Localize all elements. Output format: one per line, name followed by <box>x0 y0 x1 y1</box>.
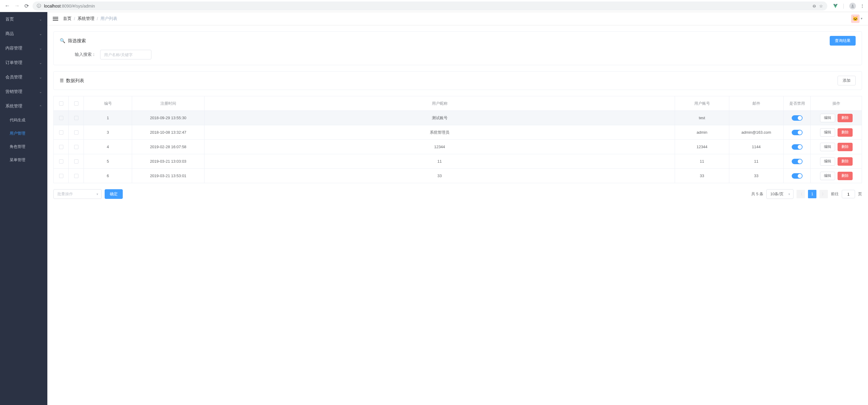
search-icon: 🔍 <box>60 38 65 44</box>
vue-devtools-icon[interactable] <box>833 3 838 9</box>
table-row: 4 2019-02-28 16:07:58 12344 12344 1144 编… <box>54 140 862 154</box>
browser-url-bar[interactable]: ⓘ localhost:8090/#/sys/admin ⊖ ☆ <box>33 1 827 10</box>
search-button[interactable]: 查询结果 <box>830 36 856 46</box>
select-all-checkbox[interactable] <box>59 102 63 106</box>
goto-page-input[interactable] <box>842 190 855 198</box>
sidebar-item-content[interactable]: 内容管理 ⌄ <box>0 41 48 56</box>
browser-forward-button[interactable]: → <box>13 2 21 10</box>
browser-profile-icon[interactable] <box>849 3 856 9</box>
app-root: 首页 ⌄ 商品 ⌄ 内容管理 ⌄ 订单管理 ⌄ 会员管理 ⌄ 营销管理 ⌄ 系统… <box>0 12 868 405</box>
row-checkbox[interactable] <box>59 116 63 120</box>
sidebar-item-member[interactable]: 会员管理 ⌄ <box>0 70 48 85</box>
sidebar-item-marketing[interactable]: 营销管理 ⌄ <box>0 85 48 99</box>
cell-id: 5 <box>84 154 132 169</box>
sidebar-item-label: 营销管理 <box>5 89 22 94</box>
search-input[interactable] <box>100 50 151 59</box>
row-checkbox[interactable] <box>59 160 63 164</box>
breadcrumb-separator: / <box>97 16 98 21</box>
page-next-button[interactable]: 〉 <box>819 190 828 198</box>
table-row: 1 2018-09-29 13:55:30 测试账号 test 编辑 删除 <box>54 111 862 125</box>
edit-button[interactable]: 编辑 <box>820 143 835 151</box>
row-checkbox2[interactable] <box>74 174 79 178</box>
ban-switch[interactable] <box>792 173 803 179</box>
sidebar-item-system[interactable]: 系统管理 ⌄ <box>0 99 48 113</box>
row-checkbox2[interactable] <box>74 160 79 164</box>
svg-point-0 <box>852 4 854 6</box>
cell-nickname: 12344 <box>205 140 675 154</box>
star-icon[interactable]: ☆ <box>819 4 823 8</box>
browser-back-button[interactable]: ← <box>4 2 11 10</box>
user-avatar-menu[interactable]: 🐱 ▾ <box>851 15 863 23</box>
breadcrumb-home[interactable]: 首页 <box>63 16 71 22</box>
pagination: 共 5 条 10条/页 〈 1 〉 前往 页 <box>751 189 862 199</box>
sidebar-item-label: 代码生成 <box>10 117 25 123</box>
edit-button[interactable]: 编辑 <box>820 128 835 137</box>
edit-button[interactable]: 编辑 <box>820 157 835 166</box>
search-label: 输入搜索： <box>75 52 96 57</box>
sidebar-subitem-role[interactable]: 角色管理 <box>0 140 48 153</box>
add-button[interactable]: 添加 <box>838 76 856 85</box>
goto-label-prefix: 前往 <box>831 191 839 197</box>
ban-switch[interactable] <box>792 130 803 135</box>
breadcrumb-separator: / <box>74 16 75 21</box>
main: 首页 / 系统管理 / 用户列表 🐱 ▾ 🔍 筛选搜索 <box>48 12 868 405</box>
list-title: 数据列表 <box>66 78 84 84</box>
sidebar-subitem-menu[interactable]: 菜单管理 <box>0 153 48 167</box>
breadcrumb-current: 用户列表 <box>100 16 117 22</box>
ban-switch[interactable] <box>792 159 803 164</box>
sidebar-item-order[interactable]: 订单管理 ⌄ <box>0 56 48 70</box>
ban-switch[interactable] <box>792 115 803 121</box>
col-created: 注册时间 <box>132 96 205 111</box>
row-checkbox[interactable] <box>59 145 63 149</box>
url-text: localhost:8090/#/sys/admin <box>44 4 95 8</box>
filter-title: 筛选搜索 <box>68 38 86 44</box>
chevron-down-icon: ⌄ <box>39 76 42 79</box>
sidebar-item-home[interactable]: 首页 ⌄ <box>0 12 48 27</box>
edit-button[interactable]: 编辑 <box>820 114 835 122</box>
page-size-select[interactable]: 10条/页 <box>766 189 794 199</box>
chevron-down-icon: ⌄ <box>39 18 42 22</box>
delete-button[interactable]: 删除 <box>838 143 852 151</box>
sidebar-item-label: 内容管理 <box>5 46 22 51</box>
ban-switch[interactable] <box>792 144 803 150</box>
sidebar-item-label: 菜单管理 <box>10 157 25 163</box>
col-nickname: 用户昵称 <box>205 96 675 111</box>
delete-button[interactable]: 删除 <box>838 128 852 137</box>
sidebar-subitem-user[interactable]: 用户管理 <box>0 127 48 140</box>
row-checkbox[interactable] <box>59 174 63 178</box>
cell-nickname: 系统管理员 <box>205 125 675 140</box>
col-ban: 是否禁用 <box>783 96 811 111</box>
browser-reload-button[interactable]: ⟳ <box>23 2 30 10</box>
delete-button[interactable]: 删除 <box>838 172 852 180</box>
row-checkbox2[interactable] <box>74 116 79 120</box>
batch-action-select[interactable]: 批量操作 <box>53 189 102 199</box>
page-prev-button[interactable]: 〈 <box>797 190 805 198</box>
table-row: 3 2018-10-08 13:32:47 系统管理员 admin admin@… <box>54 125 862 140</box>
delete-button[interactable]: 删除 <box>838 157 852 166</box>
sidebar-item-label: 角色管理 <box>10 144 25 149</box>
page-number-button[interactable]: 1 <box>808 190 816 198</box>
zoom-out-icon[interactable]: ⊖ <box>812 4 816 8</box>
avatar-icon: 🐱 <box>851 15 860 23</box>
batch-confirm-button[interactable]: 确定 <box>105 189 123 199</box>
list-card: ☰ 数据列表 添加 <box>53 71 862 90</box>
edit-button[interactable]: 编辑 <box>820 172 835 180</box>
list-icon: ☰ <box>60 78 64 83</box>
cell-id: 3 <box>84 125 132 140</box>
header-checkbox2[interactable] <box>74 102 79 106</box>
goto-label-suffix: 页 <box>858 191 862 197</box>
cell-created: 2019-03-21 13:53:01 <box>132 169 205 183</box>
cell-nickname: 33 <box>205 169 675 183</box>
row-checkbox2[interactable] <box>74 145 79 149</box>
sidebar-item-label: 订单管理 <box>5 60 22 65</box>
browser-menu-icon[interactable]: ⋮ <box>860 4 864 8</box>
row-checkbox[interactable] <box>59 131 63 135</box>
hamburger-icon[interactable] <box>53 17 58 21</box>
sidebar-item-label: 首页 <box>5 17 14 22</box>
delete-button[interactable]: 删除 <box>838 114 852 122</box>
row-checkbox2[interactable] <box>74 131 79 135</box>
col-email: 邮件 <box>729 96 783 111</box>
breadcrumb-section: 系统管理 <box>78 16 94 22</box>
sidebar-subitem-codegen[interactable]: 代码生成 <box>0 113 48 127</box>
sidebar-item-product[interactable]: 商品 ⌄ <box>0 27 48 41</box>
